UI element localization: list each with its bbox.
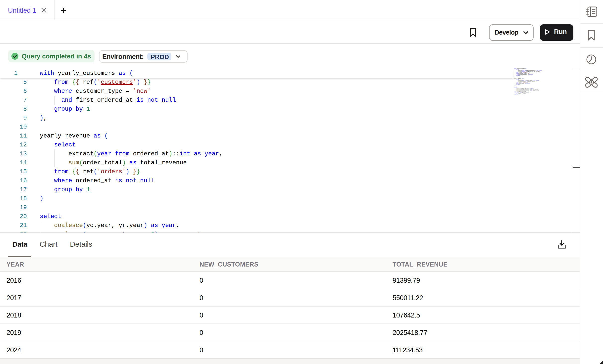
svg-text:group by 1: group by 1 (514, 75, 521, 76)
svg-text:): ) (514, 85, 515, 86)
svg-text:group by 1: group by 1 (514, 84, 521, 85)
svg-text:),: ), (514, 76, 515, 77)
svg-text:order by 1: order by 1 (514, 94, 519, 95)
